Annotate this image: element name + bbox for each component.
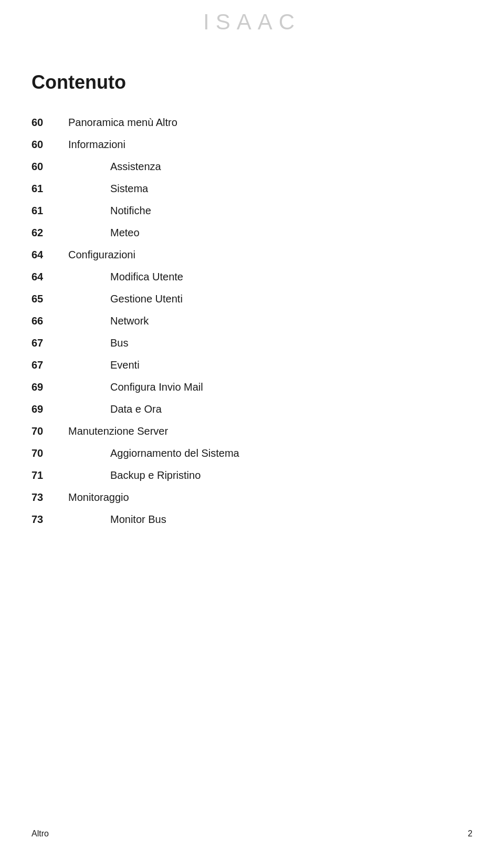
toc-number: 67 [32,335,68,351]
toc-number: 73 [32,511,68,527]
toc-number: 69 [32,401,68,417]
toc-label: Informazioni [68,137,125,152]
toc-item: 61Sistema [32,181,472,196]
logo: ISAAC [203,9,301,34]
toc-item: 61Notifiche [32,203,472,218]
toc-label: Configurazioni [68,247,135,263]
toc-item: 66Network [32,313,472,329]
toc-item: 70Manutenzione Server [32,423,472,439]
page-footer: Altro 2 [32,829,472,838]
toc-item: 65Gestione Utenti [32,291,472,307]
toc-label: Aggiornamento del Sistema [68,445,239,461]
toc-item: 73Monitor Bus [32,511,472,527]
toc-label: Bus [68,335,128,351]
toc-item: 67Eventi [32,357,472,373]
toc-item: 64Configurazioni [32,247,472,263]
toc-number: 65 [32,291,68,307]
toc-label: Monitor Bus [68,511,166,527]
toc-number: 73 [32,489,68,505]
toc-label: Gestione Utenti [68,291,183,307]
toc-label: Modifica Utente [68,269,183,285]
toc-number: 62 [32,225,68,240]
toc-label: Backup e Ripristino [68,467,201,483]
toc-number: 69 [32,379,68,395]
toc-item: 62Meteo [32,225,472,240]
toc-number: 60 [32,159,68,174]
toc-number: 67 [32,357,68,373]
toc-label: Data e Ora [68,401,162,417]
toc-label: Meteo [68,225,140,240]
section-title: Contenuto [32,71,472,93]
toc-number: 61 [32,203,68,218]
toc-item: 60Informazioni [32,137,472,152]
toc-number: 64 [32,247,68,263]
toc-label: Panoramica menù Altro [68,114,177,130]
toc-number: 61 [32,181,68,196]
toc-number: 60 [32,114,68,130]
footer-left-label: Altro [32,829,49,838]
toc-number: 70 [32,423,68,439]
content-section: Contenuto 60Panoramica menù Altro60Infor… [0,50,504,565]
toc-label: Network [68,313,149,329]
toc-label: Monitoraggio [68,489,129,505]
toc-number: 66 [32,313,68,329]
toc-item: 64Modifica Utente [32,269,472,285]
toc-item: 70Aggiornamento del Sistema [32,445,472,461]
page-header: ISAAC [0,0,504,50]
toc-item: 69Data e Ora [32,401,472,417]
toc-item: 67Bus [32,335,472,351]
toc-item: 69Configura Invio Mail [32,379,472,395]
toc-item: 71Backup e Ripristino [32,467,472,483]
footer-page-number: 2 [468,829,472,838]
toc-label: Assistenza [68,159,161,174]
toc-number: 71 [32,467,68,483]
toc-label: Eventi [68,357,140,373]
toc-item: 60Panoramica menù Altro [32,114,472,130]
toc-item: 73Monitoraggio [32,489,472,505]
toc-list: 60Panoramica menù Altro60Informazioni60A… [32,114,472,527]
toc-number: 64 [32,269,68,285]
toc-item: 60Assistenza [32,159,472,174]
toc-label: Configura Invio Mail [68,379,203,395]
toc-number: 70 [32,445,68,461]
toc-number: 60 [32,137,68,152]
toc-label: Sistema [68,181,148,196]
toc-label: Notifiche [68,203,151,218]
toc-label: Manutenzione Server [68,423,168,439]
